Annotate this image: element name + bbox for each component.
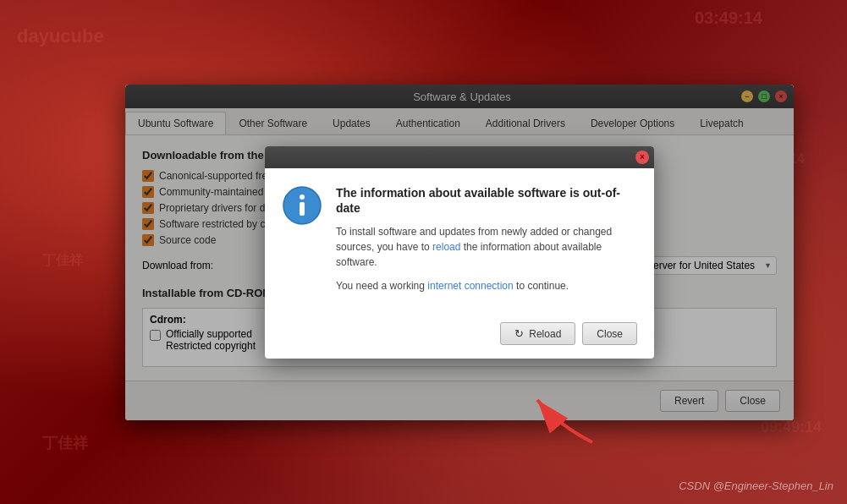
info-dialog: × The information about available softwa… bbox=[265, 146, 654, 359]
dialog-para-1: To install software and updates from new… bbox=[336, 224, 634, 270]
dialog-text-content: The information about available software… bbox=[336, 185, 634, 302]
reload-label: Reload bbox=[529, 328, 561, 340]
software-updates-window: Software & Updates − □ × Ubuntu Software… bbox=[125, 85, 794, 420]
dialog-heading: The information about available software… bbox=[336, 185, 634, 216]
dialog-body: The information about available software… bbox=[265, 168, 654, 315]
dialog-close-x-button[interactable]: × bbox=[635, 151, 649, 164]
dialog-para-2: You need a working internet connection t… bbox=[336, 278, 634, 293]
close-dialog-button[interactable]: Close bbox=[582, 322, 637, 345]
csdn-watermark: CSDN @Engineer-Stephen_Lin bbox=[679, 479, 833, 492]
reload-icon: ↻ bbox=[514, 327, 524, 340]
svg-rect-2 bbox=[300, 202, 305, 216]
dialog-titlebar: × bbox=[265, 146, 654, 168]
reload-button[interactable]: ↻ Reload bbox=[500, 322, 575, 345]
dialog-overlay: × The information about available softwa… bbox=[125, 85, 794, 420]
svg-point-1 bbox=[300, 194, 305, 200]
info-icon bbox=[282, 185, 322, 226]
dialog-footer: ↻ Reload Close bbox=[265, 315, 654, 359]
